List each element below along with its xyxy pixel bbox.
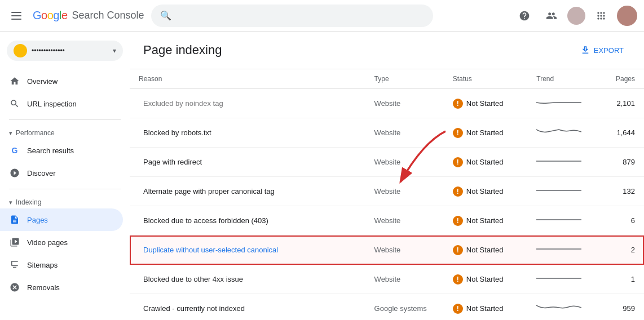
table-row[interactable]: Blocked by robots.txtWebsite!Not Started… bbox=[130, 118, 644, 148]
status-label: Not Started bbox=[466, 187, 504, 195]
apps-button[interactable] bbox=[590, 5, 612, 27]
header-icons bbox=[513, 5, 637, 27]
help-button[interactable] bbox=[513, 5, 536, 27]
count-cell: 2 bbox=[592, 235, 644, 265]
content-area: Page indexing EXPORT Reason bbox=[130, 32, 644, 320]
trend-cell bbox=[527, 118, 592, 148]
discover-label: Discover bbox=[27, 169, 56, 177]
status-cell: !Not Started bbox=[444, 148, 527, 177]
count-cell: 959 bbox=[592, 294, 644, 321]
status-label: Not Started bbox=[466, 99, 504, 108]
table-row[interactable]: Duplicate without user-selected canonica… bbox=[130, 235, 644, 265]
status-cell: !Not Started bbox=[444, 235, 527, 265]
table-row[interactable]: Crawled - currently not indexedGoogle sy… bbox=[130, 294, 644, 321]
sparkline-chart bbox=[536, 213, 581, 226]
sidebar-item-video-pages[interactable]: Video pages bbox=[0, 231, 123, 254]
property-icon bbox=[14, 44, 27, 57]
sidebar-item-sitemaps[interactable]: Sitemaps bbox=[0, 254, 123, 276]
status-label: Not Started bbox=[466, 158, 504, 166]
not-started-icon: ! bbox=[453, 128, 463, 138]
google-logo[interactable]: Google Search Console bbox=[33, 9, 144, 22]
indexing-section[interactable]: ▾ Indexing bbox=[0, 194, 130, 208]
property-chevron-icon: ▾ bbox=[113, 47, 116, 55]
status-cell: !Not Started bbox=[444, 118, 527, 148]
search-bar[interactable]: 🔍 bbox=[151, 5, 433, 27]
reason-cell: Page with redirect bbox=[130, 148, 365, 177]
not-started-icon: ! bbox=[453, 274, 463, 285]
count-cell: 132 bbox=[592, 177, 644, 206]
col-header-pages: Pages bbox=[592, 69, 644, 89]
trend-cell bbox=[527, 206, 592, 235]
property-selector[interactable]: •••••••••••••• ▾ bbox=[7, 41, 123, 61]
trend-cell bbox=[527, 294, 592, 321]
status-cell: !Not Started bbox=[444, 89, 527, 118]
user-avatar-blurred[interactable] bbox=[567, 7, 585, 25]
not-started-icon: ! bbox=[453, 216, 463, 226]
video-pages-label: Video pages bbox=[27, 238, 68, 247]
sidebar-item-removals[interactable]: Removals bbox=[0, 276, 123, 299]
not-started-icon: ! bbox=[453, 99, 463, 109]
col-header-status: Status bbox=[444, 69, 527, 89]
table-row[interactable]: Alternate page with proper canonical tag… bbox=[130, 177, 644, 206]
trend-cell bbox=[527, 265, 592, 294]
sidebar-divider-2 bbox=[9, 189, 121, 189]
status-cell: !Not Started bbox=[444, 294, 527, 321]
search-icon: 🔍 bbox=[160, 10, 171, 21]
status-cell: !Not Started bbox=[444, 177, 527, 206]
sparkline-chart bbox=[536, 272, 581, 285]
removals-icon bbox=[9, 282, 20, 293]
table-container: Reason Type Status Trend Pages Excluded … bbox=[130, 69, 644, 320]
search-results-label: Search results bbox=[27, 146, 74, 155]
table-row[interactable]: Excluded by noindex tagWebsite!Not Start… bbox=[130, 89, 644, 118]
trend-cell bbox=[527, 148, 592, 177]
reason-cell: Alternate page with proper canonical tag bbox=[130, 177, 365, 206]
trend-cell bbox=[527, 177, 592, 206]
sitemaps-label: Sitemaps bbox=[27, 261, 58, 269]
discover-icon bbox=[9, 167, 20, 179]
sidebar-item-pages[interactable]: Pages bbox=[0, 208, 123, 231]
count-cell: 6 bbox=[592, 206, 644, 235]
video-pages-icon bbox=[9, 237, 20, 248]
type-cell: Website bbox=[365, 118, 444, 148]
type-cell: Website bbox=[365, 265, 444, 294]
search-input[interactable] bbox=[176, 11, 424, 20]
sitemaps-icon bbox=[9, 259, 20, 270]
user-avatar[interactable] bbox=[617, 6, 637, 26]
trend-cell bbox=[527, 235, 592, 265]
type-cell: Website bbox=[365, 148, 444, 177]
sidebar-item-overview[interactable]: Overview bbox=[0, 70, 123, 92]
reason-cell: Blocked due to other 4xx issue bbox=[130, 265, 365, 294]
pages-label: Pages bbox=[27, 216, 48, 224]
status-label: Not Started bbox=[466, 216, 504, 225]
sparkline-chart bbox=[536, 96, 581, 109]
count-cell: 1 bbox=[592, 265, 644, 294]
sidebar-item-discover[interactable]: Discover bbox=[0, 162, 123, 184]
reason-cell: Excluded by noindex tag bbox=[130, 89, 365, 118]
sparkline-chart bbox=[536, 301, 581, 314]
table-row[interactable]: Blocked due to access forbidden (403)Web… bbox=[130, 206, 644, 235]
trend-cell bbox=[527, 89, 592, 118]
reason-cell: Duplicate without user-selected canonica… bbox=[130, 235, 365, 265]
google-g-icon: G bbox=[9, 145, 20, 156]
page-indexing-table: Reason Type Status Trend Pages Excluded … bbox=[130, 69, 644, 320]
search-console-users-button[interactable] bbox=[540, 5, 563, 27]
reason-cell: Blocked by robots.txt bbox=[130, 118, 365, 148]
sidebar-item-search-results[interactable]: G Search results bbox=[0, 139, 123, 162]
status-label: Not Started bbox=[466, 246, 504, 254]
not-started-icon: ! bbox=[453, 245, 463, 255]
col-header-type: Type bbox=[365, 69, 444, 89]
sparkline-chart bbox=[536, 125, 581, 139]
type-cell: Website bbox=[365, 177, 444, 206]
sidebar-item-url-inspection[interactable]: URL inspection bbox=[0, 92, 123, 115]
table-row[interactable]: Page with redirectWebsite!Not Started879 bbox=[130, 148, 644, 177]
table-row[interactable]: Blocked due to other 4xx issueWebsite!No… bbox=[130, 265, 644, 294]
performance-section[interactable]: ▾ Performance bbox=[0, 125, 130, 139]
product-name: Search Console bbox=[72, 10, 144, 21]
reason-link[interactable]: Duplicate without user-selected canonica… bbox=[143, 246, 278, 254]
performance-label: Performance bbox=[16, 129, 55, 137]
count-cell: 879 bbox=[592, 148, 644, 177]
sparkline-chart bbox=[536, 154, 581, 168]
export-button[interactable]: EXPORT bbox=[574, 41, 630, 60]
count-cell: 2,101 bbox=[592, 89, 644, 118]
hamburger-menu[interactable] bbox=[7, 7, 26, 24]
